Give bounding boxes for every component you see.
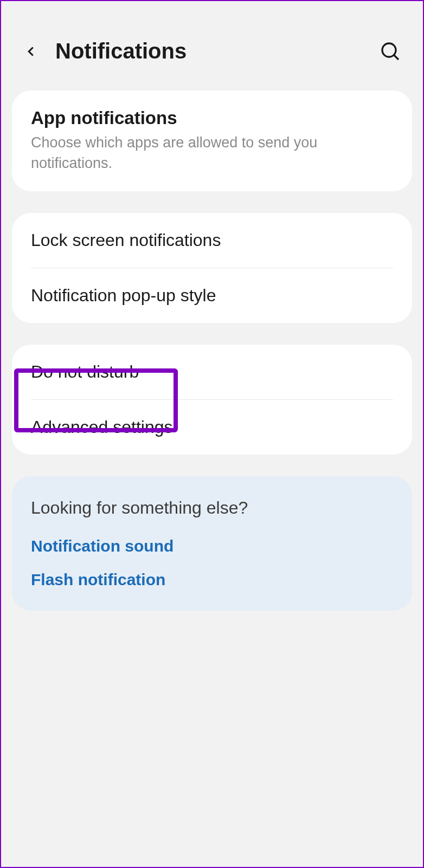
item-popup-style[interactable]: Notification pop-up style — [12, 268, 412, 323]
item-advanced-settings[interactable]: Advanced settings — [12, 400, 412, 455]
item-title: App notifications — [31, 108, 393, 128]
item-title: Do not disturb — [31, 362, 393, 382]
item-lock-screen-notifications[interactable]: Lock screen notifications — [12, 213, 412, 268]
card-dnd-group: Do not disturb Advanced settings — [12, 345, 412, 455]
link-notification-sound[interactable]: Notification sound — [31, 537, 393, 555]
item-title: Notification pop-up style — [31, 286, 393, 306]
svg-point-0 — [382, 43, 396, 57]
item-do-not-disturb[interactable]: Do not disturb — [12, 345, 412, 399]
card-app-notifications: App notifications Choose which apps are … — [12, 90, 412, 191]
item-app-notifications[interactable]: App notifications Choose which apps are … — [12, 90, 412, 191]
card-suggestions: Looking for something else? Notification… — [12, 476, 412, 611]
svg-line-1 — [394, 55, 399, 59]
back-icon[interactable] — [23, 43, 39, 60]
item-title: Lock screen notifications — [31, 230, 393, 250]
search-icon[interactable] — [380, 41, 401, 62]
card-display-group: Lock screen notifications Notification p… — [12, 213, 412, 323]
item-subtitle: Choose which apps are allowed to send yo… — [31, 133, 393, 174]
link-flash-notification[interactable]: Flash notification — [31, 571, 393, 589]
item-title: Advanced settings — [31, 417, 393, 437]
suggest-title: Looking for something else? — [31, 498, 393, 518]
page-title: Notifications — [55, 39, 187, 63]
header-left: Notifications — [23, 39, 187, 63]
header: Notifications — [1, 1, 423, 90]
